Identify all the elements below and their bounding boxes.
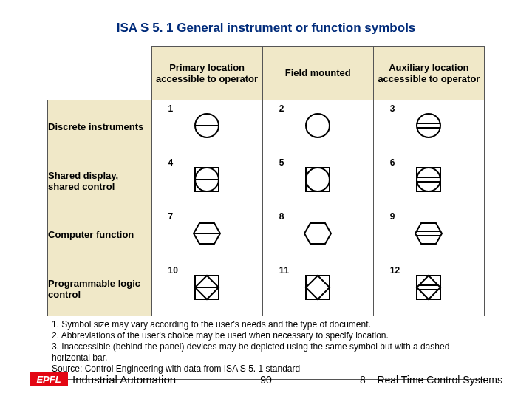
row-label-discrete: Discrete instruments	[48, 100, 152, 154]
cell-8: 8	[262, 208, 373, 262]
cell-12: 12	[373, 262, 484, 316]
cell-number: 12	[390, 265, 400, 276]
square-circle-icon	[301, 163, 334, 199]
svg-marker-25	[306, 276, 330, 299]
cell-5: 5	[262, 154, 373, 208]
hexagon-double-hline-icon	[412, 217, 445, 253]
col-header-field: Field mounted	[262, 47, 373, 100]
square-circle-double-hline-icon	[412, 163, 445, 199]
square-diamond-icon	[301, 271, 334, 307]
row-label-plc: Programmable logic control	[48, 262, 152, 316]
cell-number: 3	[390, 103, 395, 114]
circle-hline-icon	[191, 109, 223, 145]
page-title: ISA S 5. 1 General instrument or functio…	[0, 21, 532, 35]
cell-number: 1	[168, 103, 174, 114]
svg-point-2	[306, 114, 330, 137]
cell-number: 9	[390, 211, 395, 222]
symbol-table: Primary location accessible to operator …	[47, 46, 485, 316]
cell-4: 4	[151, 154, 262, 208]
square-diamond-double-hline-icon	[412, 271, 445, 307]
cell-2: 2	[262, 100, 373, 154]
svg-marker-18	[415, 223, 442, 244]
svg-rect-24	[306, 276, 330, 299]
cell-11: 11	[262, 262, 373, 316]
hexagon-icon	[301, 217, 334, 253]
cell-number: 11	[279, 265, 289, 276]
cell-number: 2	[279, 103, 284, 114]
cell-6: 6	[373, 154, 484, 208]
note-line: 2. Abbreviations of the user's choice ma…	[52, 330, 480, 341]
note-line: 1. Symbol size may vary according to the…	[52, 319, 480, 330]
cell-number: 8	[279, 211, 284, 222]
note-line: 3. Inaccessible (behind the panel) devic…	[52, 341, 480, 364]
svg-point-12	[417, 168, 440, 191]
cell-10: 10	[151, 262, 262, 316]
cell-number: 7	[168, 211, 174, 222]
footer-right-text: 8 – Real Time Control Systems	[360, 374, 502, 386]
square-circle-hline-icon	[191, 163, 223, 199]
col-header-primary: Primary location accessible to operator	[151, 47, 262, 100]
circle-double-hline-icon	[412, 109, 445, 145]
svg-point-3	[417, 114, 440, 137]
footer: EPFL Industrial Automation 90 8 – Real T…	[0, 362, 532, 392]
blank-corner	[48, 47, 152, 100]
col-header-auxiliary: Auxiliary location accessible to operato…	[373, 47, 484, 100]
cell-number: 4	[168, 157, 174, 168]
cell-number: 5	[279, 157, 284, 168]
cell-9: 9	[373, 208, 484, 262]
circle-icon	[301, 109, 334, 145]
svg-marker-17	[304, 223, 331, 244]
square-diamond-hline-icon	[191, 271, 223, 307]
row-label-computer: Computer function	[48, 208, 152, 262]
svg-point-10	[306, 168, 330, 191]
hexagon-hline-icon	[191, 217, 223, 253]
svg-rect-26	[417, 276, 440, 299]
cell-number: 6	[390, 157, 395, 168]
cell-1: 1	[151, 100, 262, 154]
row-label-shared: Shared display, shared control	[48, 154, 152, 208]
cell-number: 10	[168, 265, 178, 276]
cell-7: 7	[151, 208, 262, 262]
cell-3: 3	[373, 100, 484, 154]
svg-marker-27	[417, 276, 440, 299]
